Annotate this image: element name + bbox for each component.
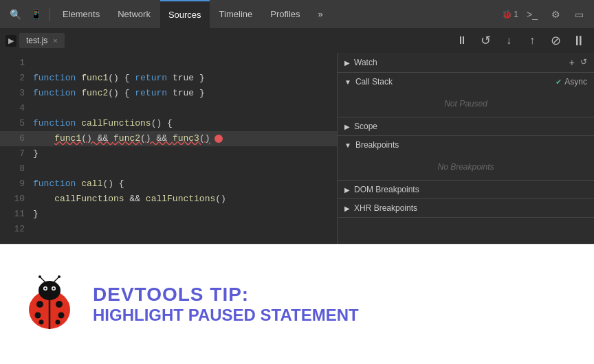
dom-breakpoints-label: DOM Breakpoints <box>354 185 419 194</box>
call-stack-label: Call Stack <box>355 77 393 87</box>
watch-label: Watch <box>354 58 377 67</box>
xhr-breakpoints-label: XHR Breakpoints <box>354 203 417 213</box>
breakpoints-section: ▼ Breakpoints No Breakpoints <box>338 136 594 181</box>
watch-add-btn[interactable]: + <box>569 57 575 68</box>
toolbar-separator <box>50 8 50 21</box>
svg-point-11 <box>45 287 47 289</box>
step-over-btn[interactable]: ↺ <box>476 31 495 50</box>
svg-point-8 <box>56 319 60 324</box>
pause-btn[interactable]: ⏸ <box>452 31 472 50</box>
tip-line1: DevTools Tip: <box>93 284 359 306</box>
tab-network[interactable]: Network <box>109 0 159 28</box>
file-tab-test-js[interactable]: test.js × <box>19 33 65 48</box>
code-line-7: 7 } <box>0 146 337 161</box>
call-stack-actions: ✔ Async <box>556 77 587 87</box>
code-line-3: 3 function func2() { return true } <box>0 86 337 101</box>
code-panel[interactable]: 1 2 function func1() { return true } 3 f… <box>0 53 337 244</box>
bug-count[interactable]: 🐞 1 <box>502 10 518 19</box>
scope-header[interactable]: ▶ Scope <box>338 117 594 135</box>
deactivate-breakpoints-btn[interactable]: ⊘ <box>546 31 565 50</box>
code-line-6: 6 func1() && func2() && func3() <box>0 131 337 146</box>
code-line-5: 5 function callFunctions() { <box>0 116 337 131</box>
step-out-btn[interactable]: ↑ <box>522 31 542 50</box>
ladybug-icon <box>21 275 79 334</box>
tab-profiles[interactable]: Profiles <box>262 0 308 28</box>
xhr-breakpoints-chevron: ▶ <box>344 205 350 212</box>
watch-actions: + ↺ <box>569 57 587 68</box>
async-check[interactable]: ✔ Async <box>556 77 587 87</box>
code-line-9: 9 function call() { <box>0 177 337 192</box>
svg-point-14 <box>38 275 41 278</box>
code-line-10: 10 callFunctions && callFunctions() <box>0 192 337 207</box>
tab-sources[interactable]: Sources <box>160 0 210 28</box>
main-toolbar: 🔍 📱 Elements Network Sources Timeline Pr… <box>0 0 594 28</box>
svg-point-4 <box>35 312 41 318</box>
breakpoints-content: No Breakpoints <box>338 154 594 180</box>
code-line-12: 12 <box>0 222 337 237</box>
search-icon[interactable]: 🔍 <box>6 5 25 24</box>
breakpoints-label: Breakpoints <box>355 140 399 150</box>
screen-icon[interactable]: ▭ <box>569 5 588 24</box>
toolbar-right: 🐞 1 >_ ⚙ ▭ <box>502 5 588 24</box>
watch-section: ▶ Watch + ↺ <box>338 53 594 73</box>
code-line-2: 2 function func1() { return true } <box>0 71 337 86</box>
svg-point-7 <box>58 312 65 318</box>
debug-controls: ⏸ ↺ ↓ ↑ ⊘ ⏸ <box>452 31 588 50</box>
scope-label: Scope <box>354 122 377 131</box>
dom-breakpoints-section: ▶ DOM Breakpoints <box>338 181 594 199</box>
settings-icon[interactable]: ⚙ <box>546 5 565 24</box>
svg-point-6 <box>56 301 63 308</box>
watch-refresh-btn[interactable]: ↺ <box>580 57 587 68</box>
svg-point-16 <box>58 275 60 278</box>
watch-header[interactable]: ▶ Watch + ↺ <box>338 53 594 72</box>
right-panel: ▶ Watch + ↺ ▼ Call Stack ✔ Async <box>337 53 594 244</box>
scope-section: ▶ Scope <box>338 117 594 136</box>
call-stack-header[interactable]: ▼ Call Stack ✔ Async <box>338 73 594 91</box>
xhr-breakpoints-header[interactable]: ▶ XHR Breakpoints <box>338 199 594 217</box>
play-btn[interactable]: ▶ <box>6 35 16 47</box>
svg-point-12 <box>53 287 55 289</box>
main-area: 1 2 function func1() { return true } 3 f… <box>0 53 594 244</box>
tip-text: DevTools Tip: Highlight Paused Statement <box>93 284 359 325</box>
close-file-tab[interactable]: × <box>53 36 57 45</box>
async-label: Async <box>564 77 587 87</box>
terminal-icon[interactable]: >_ <box>522 5 542 24</box>
call-stack-section: ▼ Call Stack ✔ Async Not Paused <box>338 73 594 117</box>
breakpoints-empty: No Breakpoints <box>338 157 594 177</box>
check-icon: ✔ <box>556 78 562 87</box>
mobile-icon[interactable]: 📱 <box>26 5 45 24</box>
tab-elements[interactable]: Elements <box>54 0 108 28</box>
debug-toolbar: ▶ test.js × ⏸ ↺ ↓ ↑ ⊘ ⏸ <box>0 28 594 53</box>
step-into-btn[interactable]: ↓ <box>499 31 518 50</box>
dom-breakpoints-header[interactable]: ▶ DOM Breakpoints <box>338 181 594 198</box>
code-line-1: 1 <box>0 56 337 71</box>
svg-point-5 <box>39 319 44 324</box>
tip-section: DevTools Tip: Highlight Paused Statement <box>0 244 594 364</box>
dom-breakpoints-chevron: ▶ <box>344 186 350 194</box>
call-stack-chevron: ▼ <box>344 78 351 86</box>
code-line-8: 8 <box>0 161 337 177</box>
xhr-breakpoints-section: ▶ XHR Breakpoints <box>338 199 594 218</box>
breakpoints-chevron: ▼ <box>344 141 351 149</box>
code-line-11: 11 } <box>0 207 337 222</box>
scope-chevron: ▶ <box>344 123 350 130</box>
watch-chevron: ▶ <box>344 59 350 67</box>
stop-btn[interactable]: ⏸ <box>569 31 588 50</box>
call-stack-empty: Not Paused <box>338 93 594 114</box>
svg-point-3 <box>36 301 43 308</box>
call-stack-content: Not Paused <box>338 91 594 117</box>
breakpoints-header[interactable]: ▼ Breakpoints <box>338 136 594 154</box>
code-line-4: 4 <box>0 101 337 116</box>
tip-line2: Highlight Paused Statement <box>93 306 359 325</box>
tab-timeline[interactable]: Timeline <box>211 0 261 28</box>
tab-more[interactable]: » <box>310 0 331 28</box>
